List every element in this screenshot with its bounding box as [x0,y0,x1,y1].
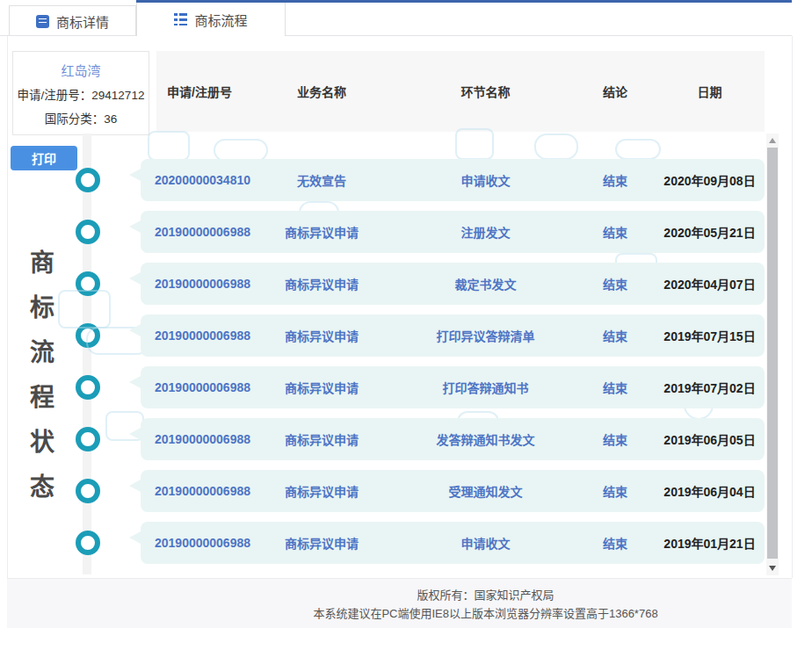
cell-business-name: 无效宣告 [248,171,395,189]
cell-stage-name: 裁定书发文 [395,275,576,292]
cell-stage-name: 打印答辩通知书 [395,379,576,396]
process-row[interactable]: 20190000006988 商标异议申请 发答辩通知书发文 结束 2019年0… [141,418,765,460]
copyright-line: 版权所有：国家知识产权局 [179,586,792,604]
tab-trademark-process[interactable]: 商标流程 [136,3,286,36]
process-row[interactable]: 20190000006988 商标异议申请 打印答辩通知书 结束 2019年07… [141,366,765,408]
footer-text: 版权所有：国家知识产权局 本系统建议在PC端使用IE8以上版本浏览器分辨率设置高… [179,586,792,623]
cell-app-no: 20200000034810 [141,173,248,187]
cell-app-no: 20190000006988 [141,484,248,498]
tabbar-divider-left [0,35,136,36]
cell-stage-name: 发答辩通知书发文 [395,430,576,448]
tabbar-divider-right [286,35,792,36]
row-tail-pointer [129,428,141,440]
cell-app-no: 20190000006988 [141,225,248,239]
process-row[interactable]: 20190000006988 商标异议申请 申请收文 结束 2019年01月21… [141,522,765,564]
table-header-row: 申请/注册号 业务名称 环节名称 结论 日期 [141,51,765,132]
container-border-right [792,36,793,578]
process-row-list: 20200000034810 无效宣告 申请收文 结束 2020年09月08日 … [141,159,765,564]
row-tail-pointer [129,324,141,336]
scroll-up-icon[interactable] [766,134,779,148]
timeline-ring [76,220,100,244]
process-row[interactable]: 20190000006988 商标异议申请 裁定书发文 结束 2020年04月0… [141,263,765,305]
registration-number-line: 申请/注册号：29412712 [18,85,145,103]
cell-date: 2019年07月02日 [655,379,765,396]
header-date: 日期 [655,83,765,100]
timeline-ring [76,168,100,192]
cell-conclusion: 结束 [576,327,655,344]
cell-business-name: 商标异议申请 [248,430,395,448]
watermark-icon [615,139,661,160]
cell-stage-name: 注册发文 [395,223,576,241]
process-row[interactable]: 20190000006988 商标异议申请 受理通知发文 结束 2019年06月… [141,470,765,512]
browser-recommendation-line: 本系统建议在PC端使用IE8以上版本浏览器分辨率设置高于1366*768 [179,604,792,623]
watermark-icon [534,134,578,160]
row-tail-pointer [129,169,141,181]
cell-stage-name: 申请收文 [395,171,576,189]
cell-conclusion: 结束 [576,482,655,500]
timeline-ring [76,531,100,555]
process-row[interactable]: 20200000034810 无效宣告 申请收文 结束 2020年09月08日 [141,159,765,201]
row-tail-pointer [129,531,141,544]
cell-date: 2019年07月15日 [655,327,765,344]
page-footer: 版权所有：国家知识产权局 本系统建议在PC端使用IE8以上版本浏览器分辨率设置高… [7,578,792,628]
tab-label: 商标详情 [56,12,109,31]
cell-business-name: 商标异议申请 [248,223,395,241]
row-tail-pointer [129,376,141,388]
header-app-no: 申请/注册号 [141,83,248,100]
watermark-icon [148,131,190,161]
cell-app-no: 20190000006988 [141,432,248,446]
cell-stage-name: 受理通知发文 [395,482,576,500]
container-border-left [7,36,8,578]
header-stage-name: 环节名称 [395,83,576,100]
header-conclusion: 结论 [576,83,655,100]
cell-date: 2020年09月08日 [655,171,765,189]
cell-app-no: 20190000006988 [141,277,248,291]
cell-business-name: 商标异议申请 [248,534,395,552]
cell-date: 2019年06月04日 [655,482,765,500]
vertical-scrollbar[interactable] [766,134,779,575]
list-icon [174,13,187,25]
cell-conclusion: 结束 [576,379,655,396]
cell-stage-name: 申请收文 [395,534,576,552]
cell-conclusion: 结束 [576,275,655,292]
cell-date: 2020年04月07日 [655,275,765,292]
cell-date: 2019年06月05日 [655,430,765,448]
scrollbar-thumb[interactable] [767,148,778,559]
row-tail-pointer [129,220,141,233]
cell-business-name: 商标异议申请 [248,379,395,396]
cell-app-no: 20190000006988 [141,380,248,394]
document-icon [36,15,49,28]
vertical-section-title: 商标流程状态 [27,249,52,518]
header-business-name: 业务名称 [248,83,395,100]
international-class-line: 国际分类：36 [45,109,118,126]
cell-conclusion: 结束 [576,534,655,552]
cell-app-no: 20190000006988 [141,329,248,343]
cell-app-no: 20190000006988 [141,536,248,550]
cell-business-name: 商标异议申请 [248,482,395,500]
trademark-name: 红岛湾 [61,61,100,79]
cell-date: 2020年05月21日 [655,223,765,241]
timeline-markers [76,168,100,555]
cell-conclusion: 结束 [576,171,655,189]
cell-stage-name: 打印异议答辩清单 [395,327,576,344]
trademark-process-page: 商标详情 商标流程 红岛湾 申请/注册号：29412712 国际分类：36 申请… [0,0,812,650]
row-tail-pointer [129,272,141,285]
cell-conclusion: 结束 [576,223,655,241]
cell-date: 2019年01月21日 [655,534,765,552]
scroll-down-icon[interactable] [766,561,779,575]
timeline-ring [76,427,100,451]
print-button[interactable]: 打印 [11,146,77,170]
process-row[interactable]: 20190000006988 商标异议申请 注册发文 结束 2020年05月21… [141,211,765,253]
cell-conclusion: 结束 [576,430,655,448]
tab-label: 商标流程 [194,11,247,29]
cell-business-name: 商标异议申请 [248,327,395,344]
tab-trademark-details[interactable]: 商标详情 [9,5,136,36]
watermark-icon [455,128,494,160]
timeline-ring [76,375,100,400]
cell-business-name: 商标异议申请 [248,275,395,292]
watermark-icon [58,290,111,329]
process-row[interactable]: 20190000006988 商标异议申请 打印异议答辩清单 结束 2019年0… [141,314,765,357]
timeline-ring [76,479,100,503]
trademark-info-panel: 红岛湾 申请/注册号：29412712 国际分类：36 [12,51,149,135]
row-tail-pointer [129,480,141,492]
